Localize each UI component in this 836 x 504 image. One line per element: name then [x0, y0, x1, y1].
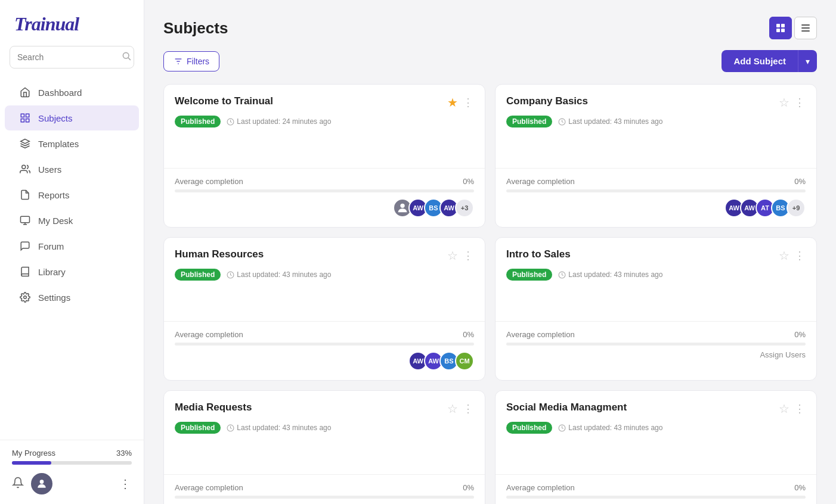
card-top: Company Basics ☆ ⋮ Published Last update… — [496, 85, 816, 135]
sidebar-item-label: Users — [38, 164, 61, 175]
add-subject-button[interactable]: Add Subject — [722, 50, 798, 72]
card-more-button[interactable]: ⋮ — [794, 402, 806, 415]
svg-rect-4 — [21, 119, 24, 122]
progress-bar-bg — [12, 461, 132, 465]
card-meta: Published Last updated: 24 minutes ago — [175, 116, 474, 127]
progress-label: My Progress — [12, 449, 55, 458]
completion-bar — [175, 343, 474, 346]
avatars-row: AWAWBSCM — [412, 351, 474, 371]
card-more-button[interactable]: ⋮ — [794, 96, 806, 109]
card-bottom: Average completion 0% AWBSAW+3 — [164, 169, 485, 227]
card-spacer — [164, 135, 485, 168]
card-actions: ☆ ⋮ — [779, 248, 806, 263]
list-view-button[interactable] — [794, 17, 817, 39]
svg-point-11 — [24, 296, 27, 299]
svg-rect-5 — [26, 119, 29, 122]
more-options-button[interactable]: ⋮ — [119, 477, 132, 491]
last-updated: Last updated: 43 minutes ago — [558, 117, 662, 126]
sidebar-item-library[interactable]: Library — [5, 259, 139, 284]
card-spacer — [164, 441, 485, 474]
page-title: Subjects — [163, 19, 228, 38]
card-more-button[interactable]: ⋮ — [463, 249, 474, 262]
add-subject-dropdown-button[interactable]: ▾ — [798, 50, 817, 72]
sidebar-item-dashboard[interactable]: Dashboard — [5, 80, 139, 105]
card-title-row: Social Media Managment ☆ ⋮ — [506, 402, 806, 416]
sidebar-item-subjects[interactable]: Subjects — [5, 105, 139, 130]
completion-section: Average completion 0% — [506, 330, 806, 346]
svg-point-24 — [400, 204, 404, 208]
card-spacer — [164, 288, 485, 321]
card-meta: Published Last updated: 43 minutes ago — [175, 422, 474, 434]
footer-actions: ⋮ — [12, 473, 132, 494]
svg-rect-16 — [781, 29, 785, 32]
subject-card: Social Media Managment ☆ ⋮ Published Las… — [495, 390, 817, 504]
library-icon — [19, 266, 31, 278]
settings-icon — [19, 291, 31, 303]
subject-card: Intro to Sales ☆ ⋮ Published Last update… — [495, 237, 817, 381]
sidebar-item-mydesk[interactable]: My Desk — [5, 208, 139, 233]
last-updated: Last updated: 43 minutes ago — [227, 424, 331, 432]
completion-top: Average completion 0% — [175, 483, 474, 492]
card-meta: Published Last updated: 43 minutes ago — [175, 269, 474, 281]
svg-rect-14 — [781, 24, 785, 27]
progress-bar-fill — [12, 461, 51, 465]
grid-view-button[interactable] — [769, 17, 792, 39]
status-badge: Published — [506, 116, 552, 127]
completion-label: Average completion — [506, 330, 575, 339]
subject-card: Human Resources ☆ ⋮ Published Last updat… — [163, 237, 485, 381]
card-more-button[interactable]: ⋮ — [463, 96, 474, 109]
subjects-icon — [19, 112, 31, 124]
card-actions: ☆ ⋮ — [779, 402, 806, 416]
page-header: Subjects — [163, 17, 817, 39]
user-avatar: CM — [455, 351, 474, 371]
star-button[interactable]: ☆ — [779, 248, 789, 263]
notification-bell-button[interactable] — [12, 477, 24, 491]
sidebar-item-label: My Desk — [38, 216, 73, 226]
subject-card: Welcome to Trainual ★ ⋮ Published Last u… — [163, 84, 485, 228]
search-input[interactable] — [17, 52, 122, 62]
card-title: Media Requests — [175, 402, 252, 413]
card-more-button[interactable]: ⋮ — [463, 402, 474, 415]
completion-pct: 0% — [794, 483, 806, 492]
subjects-grid: Welcome to Trainual ★ ⋮ Published Last u… — [163, 84, 817, 504]
card-bottom: Average completion 0% — [496, 475, 816, 504]
card-more-button[interactable]: ⋮ — [794, 249, 806, 262]
sidebar-footer: My Progress 33% ⋮ — [0, 440, 144, 504]
star-button[interactable]: ☆ — [779, 402, 789, 416]
search-box[interactable] — [10, 46, 134, 69]
star-button[interactable]: ☆ — [447, 248, 458, 263]
card-title: Human Resources — [175, 248, 264, 260]
completion-top: Average completion 0% — [175, 177, 474, 186]
filters-button[interactable]: Filters — [163, 51, 219, 71]
svg-rect-2 — [21, 114, 24, 117]
search-icon — [122, 51, 131, 63]
avatar-section: AWAWATBS+9 — [506, 197, 806, 217]
card-title-row: Welcome to Trainual ★ ⋮ — [175, 95, 474, 110]
card-actions: ☆ ⋮ — [447, 248, 474, 263]
assign-users-button[interactable]: Assign Users — [760, 350, 806, 359]
sidebar-item-forum[interactable]: Forum — [5, 234, 139, 259]
star-button[interactable]: ☆ — [779, 95, 789, 110]
sidebar-item-settings[interactable]: Settings — [5, 285, 139, 310]
sidebar-item-templates[interactable]: Templates — [5, 131, 139, 156]
card-actions: ☆ ⋮ — [779, 95, 806, 110]
card-spacer — [496, 441, 816, 474]
status-badge: Published — [175, 116, 221, 127]
card-title-row: Media Requests ☆ ⋮ — [175, 402, 474, 416]
filters-label: Filters — [187, 57, 209, 66]
avatar-extra-count: +9 — [787, 198, 806, 217]
nav-list: Dashboard Subjects Templates Users — [0, 77, 144, 440]
completion-bar — [175, 189, 474, 192]
card-actions: ★ ⋮ — [447, 95, 474, 110]
card-bottom: Average completion 0% Assign Users — [496, 322, 816, 369]
desk-icon — [19, 214, 31, 226]
star-button[interactable]: ☆ — [447, 402, 458, 416]
sidebar-item-reports[interactable]: Reports — [5, 182, 139, 207]
svg-point-12 — [40, 480, 44, 484]
sidebar-item-users[interactable]: Users — [5, 157, 139, 182]
logo: Trainual — [0, 0, 144, 46]
card-top: Welcome to Trainual ★ ⋮ Published Last u… — [164, 85, 485, 135]
star-button[interactable]: ★ — [447, 95, 458, 110]
completion-top: Average completion 0% — [506, 330, 806, 339]
card-meta: Published Last updated: 43 minutes ago — [506, 269, 806, 281]
